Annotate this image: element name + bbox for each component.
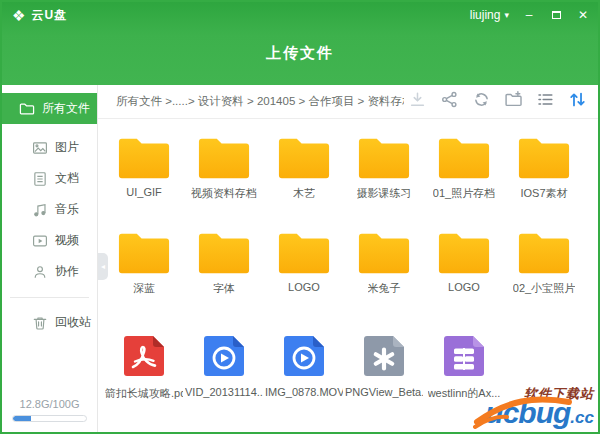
item-label: PNGView_Beta...: [345, 386, 423, 398]
axure-file-icon: [440, 332, 488, 380]
file-item[interactable]: IMG_0878.MOV: [264, 332, 344, 416]
item-label: 摄影课练习: [357, 186, 412, 201]
folder-item[interactable]: 摄影课练习: [344, 132, 424, 227]
file-item[interactable]: VID_20131114...: [184, 332, 264, 416]
folder-icon: [277, 227, 331, 275]
minimize-button[interactable]: –: [522, 9, 536, 21]
item-label: 字体: [213, 281, 235, 296]
item-label: 01_照片存档: [433, 186, 495, 201]
share-button[interactable]: [436, 90, 462, 114]
sidebar-item-all-files[interactable]: 所有文件: [2, 93, 97, 124]
storage-fill: [13, 416, 31, 421]
file-item[interactable]: PNGView_Beta...: [344, 332, 424, 416]
user-menu[interactable]: liujing ▾: [470, 8, 509, 22]
folder-item[interactable]: 字体: [184, 227, 264, 322]
pdf-file-icon: [120, 332, 168, 380]
item-label: LOGO: [288, 281, 320, 293]
folder-item[interactable]: 木艺: [264, 132, 344, 227]
list-view-button[interactable]: [532, 90, 558, 114]
folder-icon: [197, 227, 251, 275]
item-label: 箭扣长城攻略.pdf: [105, 386, 183, 401]
image-icon: [32, 140, 48, 156]
sort-button[interactable]: [564, 90, 590, 114]
maximize-icon: [552, 11, 561, 19]
folder-icon: [19, 101, 35, 117]
document-icon: [32, 171, 48, 187]
sidebar-item-music[interactable]: 音乐: [2, 194, 97, 225]
file-item[interactable]: 箭扣长城攻略.pdf: [104, 332, 184, 416]
new-folder-icon: [504, 90, 523, 113]
titlebar: ❖ 云U盘 liujing ▾ – ✕: [2, 2, 598, 28]
sidebar-item-label: 回收站: [55, 314, 91, 331]
video-file-icon: [280, 332, 328, 380]
folder-icon: [437, 227, 491, 275]
sidebar-item-collaboration[interactable]: 协作: [2, 256, 97, 287]
folder-item[interactable]: 01_照片存档: [424, 132, 504, 227]
breadcrumb-bar: 所有文件 >.....> 设计资料 > 201405 > 合作项目 > 资料存档…: [98, 85, 598, 119]
item-label: 视频资料存档: [191, 186, 257, 201]
item-label: IMG_0878.MOV: [265, 386, 343, 398]
folder-item[interactable]: 视频资料存档: [184, 132, 264, 227]
folder-item[interactable]: UI_GIF: [104, 132, 184, 227]
folder-item[interactable]: IOS7素材: [504, 132, 584, 227]
folder-icon: [197, 132, 251, 180]
sidebar-collapse-handle[interactable]: ◂: [98, 253, 108, 280]
breadcrumb[interactable]: 所有文件 >.....> 设计资料 > 201405 > 合作项目 > 资料存档…: [116, 94, 404, 109]
folder-item[interactable]: LOGO: [264, 227, 344, 322]
app-title: 云U盘: [31, 7, 67, 24]
sidebar-item-images[interactable]: 图片: [2, 132, 97, 163]
share-icon: [440, 90, 459, 113]
folder-icon: [437, 132, 491, 180]
storage-bar: [12, 415, 87, 422]
refresh-button[interactable]: [468, 90, 494, 114]
sidebar-item-label: 所有文件: [42, 100, 90, 117]
chevron-down-icon: ▾: [504, 10, 509, 20]
sidebar: 所有文件 图片 文档 音乐 视频 协作 回收站 12.8G/100G: [2, 85, 98, 432]
item-label: VID_20131114...: [185, 386, 263, 398]
close-button[interactable]: ✕: [576, 9, 590, 21]
sidebar-item-videos[interactable]: 视频: [2, 225, 97, 256]
sidebar-item-label: 视频: [55, 232, 79, 249]
file-grid: 箭扣长城攻略.pdf VID_20131114... IMG_0878.MOV …: [98, 322, 598, 416]
item-label: UI_GIF: [126, 186, 161, 198]
folder-icon: [517, 227, 571, 275]
refresh-icon: [472, 90, 491, 113]
people-icon: [32, 264, 48, 280]
list-view-icon: [536, 90, 555, 113]
sidebar-item-recycle-bin[interactable]: 回收站: [2, 307, 97, 338]
video-file-icon: [200, 332, 248, 380]
download-icon: [408, 90, 427, 113]
unknown-file-icon: [360, 332, 408, 380]
sidebar-item-label: 文档: [55, 170, 79, 187]
video-icon: [32, 233, 48, 249]
folder-icon: [117, 132, 171, 180]
item-label: LOGO: [448, 281, 480, 293]
music-icon: [32, 202, 48, 218]
folder-icon: [277, 132, 331, 180]
item-label: 米兔子: [368, 281, 401, 296]
folder-grid: UI_GIF 视频资料存档 木艺 摄影课练习 01_照片存档 IOS7素材 深蓝…: [98, 119, 598, 322]
green-header-area: ❖ 云U盘 liujing ▾ – ✕ 上传文件: [2, 2, 598, 85]
folder-item[interactable]: 深蓝: [104, 227, 184, 322]
folder-icon: [517, 132, 571, 180]
app-window: ❖ 云U盘 liujing ▾ – ✕ 上传文件 所有文件 图片 文档 音乐: [0, 0, 600, 434]
folder-icon: [357, 132, 411, 180]
app-logo-icon: ❖: [12, 8, 25, 23]
item-label: westlinn的Ax...: [428, 386, 501, 401]
folder-item[interactable]: 02_小宝照片: [504, 227, 584, 322]
folder-item[interactable]: 米兔子: [344, 227, 424, 322]
item-label: IOS7素材: [520, 186, 567, 201]
storage-text: 12.8G/100G: [12, 398, 87, 410]
new-folder-button[interactable]: [500, 90, 526, 114]
maximize-button[interactable]: [549, 9, 563, 21]
sidebar-item-documents[interactable]: 文档: [2, 163, 97, 194]
page-title: 上传文件: [2, 28, 598, 63]
download-button[interactable]: [404, 90, 430, 114]
storage-meter: 12.8G/100G: [2, 398, 97, 432]
folder-icon: [357, 227, 411, 275]
sidebar-item-label: 协作: [55, 263, 79, 280]
sidebar-divider: [10, 297, 89, 298]
folder-item[interactable]: LOGO: [424, 227, 504, 322]
item-label: 02_小宝照片: [513, 281, 575, 296]
file-item[interactable]: westlinn的Ax...: [424, 332, 504, 416]
